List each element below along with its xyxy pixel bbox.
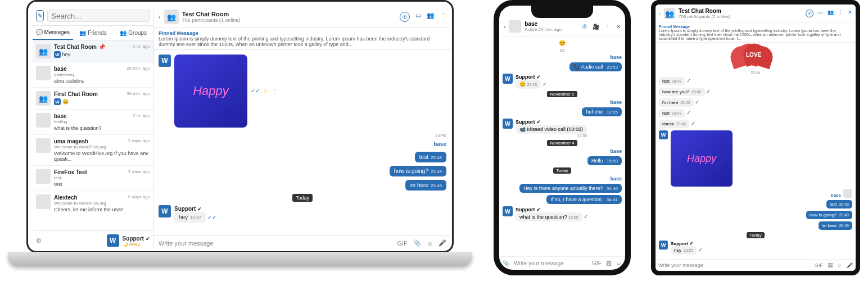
chat-icon[interactable]: ▭ bbox=[415, 12, 421, 22]
star-icon[interactable]: ☆ bbox=[263, 88, 268, 95]
chat-panel: ‹ 👥 Test Chat Room 706 participants (1 o… bbox=[154, 6, 451, 250]
conv-preview: hey bbox=[62, 52, 71, 57]
conversation-item[interactable]: 👥 Test Chat Room 📌5 hr. ago W hey bbox=[33, 40, 153, 62]
sender-name: Support bbox=[174, 206, 196, 212]
conversation-item[interactable]: FireFox Test3 days ago test test bbox=[33, 166, 153, 191]
chat-avatar[interactable]: 👥 bbox=[164, 10, 179, 24]
close-icon[interactable]: ✕ bbox=[616, 24, 621, 30]
time-marker: 23:14 bbox=[659, 71, 852, 75]
message-bubble-out: how is going?23:49 bbox=[390, 166, 446, 176]
phone-notch bbox=[531, 6, 593, 18]
message-row: im here23:49 bbox=[159, 180, 446, 191]
message-input[interactable]: Write your message bbox=[159, 240, 391, 247]
members-icon[interactable]: 👥 bbox=[828, 10, 834, 17]
chat-title: Test Chat Room bbox=[182, 11, 241, 17]
tab-groups-label: Groups bbox=[128, 30, 147, 36]
pinned-message[interactable]: Pinned Message Lorem Ipsum is simply dum… bbox=[154, 28, 451, 50]
compose-button[interactable]: ✎ bbox=[36, 10, 44, 21]
conversation-item[interactable]: base29 min. ago qwewewq abra cadabra bbox=[33, 62, 153, 88]
gif-icon[interactable]: GIF bbox=[815, 262, 823, 268]
conversation-item[interactable]: 👥 First Chat Room30 min. ago W 😊 bbox=[33, 88, 153, 110]
laptop-bezel: ✎ 💬Messages 👥Friends 👥Groups 👥 Test Chat… bbox=[26, 0, 454, 253]
sender-name: base bbox=[159, 141, 446, 147]
back-icon[interactable]: ‹ bbox=[504, 24, 505, 30]
tab-friends[interactable]: 👥Friends bbox=[73, 26, 114, 40]
sender-avatar[interactable]: W bbox=[659, 130, 668, 139]
image-icon[interactable]: 🖼 bbox=[828, 262, 833, 268]
tab-messages[interactable]: 💬Messages bbox=[33, 26, 73, 40]
more-icon[interactable]: ⋮ bbox=[440, 12, 446, 22]
mic-icon[interactable]: 🎤 bbox=[847, 262, 853, 268]
emoji-icon[interactable]: ☺ bbox=[427, 240, 433, 247]
message-row: test23:48 bbox=[159, 152, 446, 162]
message-row: how is going?23:49 bbox=[159, 166, 446, 176]
back-icon[interactable]: ‹ bbox=[159, 13, 161, 20]
conversation-item[interactable]: base5 hr. ago testing what is the questi… bbox=[33, 110, 153, 135]
read-ticks-icon: ✓ bbox=[542, 81, 547, 87]
message-input[interactable]: Write your message bbox=[658, 262, 810, 268]
sidebar: ✎ 💬Messages 👥Friends 👥Groups 👥 Test Chat… bbox=[33, 6, 154, 250]
emoji-icon[interactable]: ☺ bbox=[837, 262, 842, 268]
messages-area[interactable]: LOVE 23:14 test20:42 ✓ how are you?20:42… bbox=[655, 43, 856, 259]
close-icon[interactable]: ✕ bbox=[848, 10, 852, 17]
message-input[interactable]: Write your message bbox=[514, 260, 587, 266]
laptop-device: ✎ 💬Messages 👥Friends 👥Groups 👥 Test Chat… bbox=[8, 0, 472, 275]
message-more-icon[interactable]: ⋮ bbox=[272, 88, 278, 95]
sidebar-footer: ⚙ W Support ✔ 🌙 Away bbox=[33, 230, 153, 250]
conv-sub: Welcome to WordPlus.org bbox=[54, 201, 150, 206]
conv-time: 30 min. ago bbox=[126, 91, 150, 97]
video-call-icon[interactable]: 🎥 bbox=[593, 24, 599, 30]
message-bubble-out: test23:48 bbox=[415, 152, 446, 162]
conversation-item[interactable]: Alextech5 days ago Welcome to WordPlus.o… bbox=[33, 191, 153, 216]
conv-name: base bbox=[54, 66, 67, 72]
w-avatar-small: W bbox=[54, 98, 61, 105]
sender-avatar[interactable]: W bbox=[159, 55, 171, 67]
laptop-base bbox=[8, 252, 472, 266]
members-icon[interactable]: 👥 bbox=[427, 12, 435, 22]
conv-time: 3 days ago bbox=[128, 169, 150, 175]
conv-name: base bbox=[54, 113, 67, 119]
sender-avatar[interactable]: W bbox=[659, 241, 668, 250]
audio-call-icon[interactable]: ✆ bbox=[806, 10, 813, 17]
attach-icon[interactable]: 📎 bbox=[413, 239, 421, 247]
mic-icon[interactable]: 🎤 bbox=[438, 239, 446, 247]
tab-groups[interactable]: 👥Groups bbox=[113, 26, 153, 40]
audio-call-icon[interactable]: ✆ bbox=[400, 12, 410, 22]
tablet-screen: ‹ 👥 Test Chat Room 706 participants (1 o… bbox=[655, 4, 856, 271]
audio-call-icon[interactable]: ✆ bbox=[582, 24, 587, 30]
sender-avatar[interactable]: W bbox=[503, 206, 513, 216]
sender-avatar[interactable]: W bbox=[503, 74, 513, 84]
chat-icon[interactable]: ▭ bbox=[818, 10, 823, 17]
user-status: 🌙 Away bbox=[123, 242, 150, 247]
conversation-list[interactable]: 👥 Test Chat Room 📌5 hr. ago W hey base29… bbox=[33, 40, 153, 230]
image-icon[interactable]: 🖼 bbox=[606, 260, 612, 266]
sender-avatar[interactable]: W bbox=[159, 205, 171, 217]
user-avatar[interactable]: W bbox=[107, 234, 119, 247]
search-input[interactable] bbox=[47, 10, 150, 22]
message-input-bar: Write your message GIF 🖼 ☺ 🎤 bbox=[655, 259, 856, 271]
messages-area[interactable]: 😊 03 base 📞 Audio call 23:53 W Support ✔… bbox=[499, 37, 625, 256]
messages-area[interactable]: W Happy ✓✓ ☆ ⋮ 23:42 base test23:48 how … bbox=[154, 50, 451, 235]
message-input-bar: Write your message GIF 📎 ☺ 🎤 bbox=[154, 235, 451, 250]
emoji-icon[interactable]: ☺ bbox=[616, 260, 622, 266]
chat-avatar[interactable] bbox=[509, 20, 521, 33]
attach-icon[interactable]: 📎 bbox=[503, 260, 509, 266]
chat-actions: ✆ ▭ 👥 ⋮ ✕ bbox=[806, 10, 852, 17]
sender-avatar[interactable]: W bbox=[503, 119, 513, 129]
more-icon[interactable]: ⋮ bbox=[838, 10, 843, 17]
sidebar-tabs: 💬Messages 👥Friends 👥Groups bbox=[33, 26, 153, 40]
message-bubble-in: check23:42 bbox=[659, 120, 689, 128]
back-icon[interactable]: ‹ bbox=[659, 11, 661, 16]
date-separator: November 2 bbox=[547, 91, 577, 97]
more-icon[interactable]: ⋮ bbox=[605, 24, 611, 30]
read-ticks-icon: ✓ bbox=[698, 247, 703, 253]
message-row: W Support ✔ hey10:57 ✓✓ bbox=[159, 205, 446, 223]
pinned-message[interactable]: Pinned Message Lorem Ipsum is simply dum… bbox=[655, 23, 856, 43]
settings-icon[interactable]: ⚙ bbox=[36, 237, 42, 244]
chat-header: ‹ 👥 Test Chat Room 706 participants (1 o… bbox=[154, 6, 451, 28]
gif-icon[interactable]: GIF bbox=[592, 260, 602, 266]
groups-icon: 👥 bbox=[120, 30, 126, 36]
chat-avatar[interactable]: 👥 bbox=[664, 8, 675, 19]
conversation-item[interactable]: uma magesh3 days ago Welcome to WordPlus… bbox=[33, 135, 153, 166]
gif-icon[interactable]: GIF bbox=[397, 240, 407, 247]
